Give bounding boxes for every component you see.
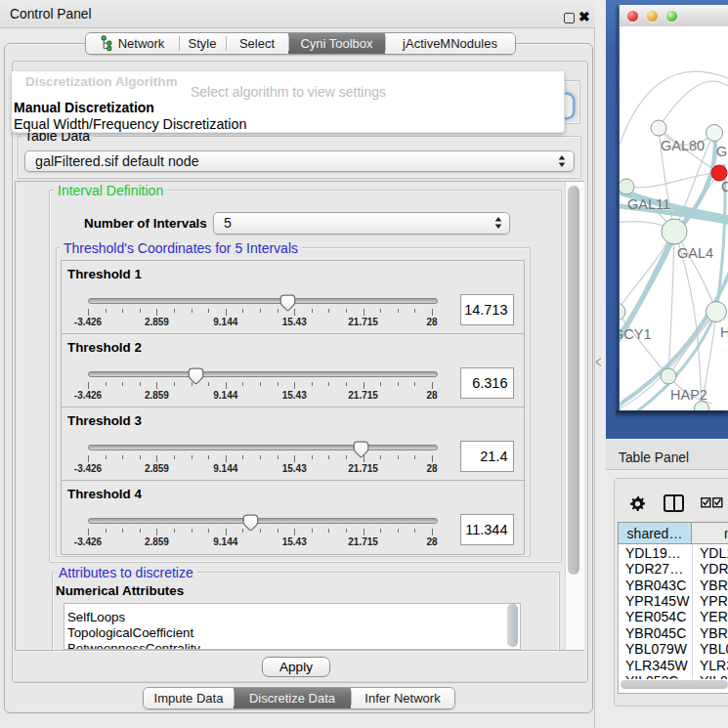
svg-text:GAL4: GAL4 [677,245,713,261]
svg-text:H: H [720,324,728,340]
svg-text:GAL11: GAL11 [627,196,670,212]
svg-text:HAP2: HAP2 [670,387,707,403]
svg-text:C: C [721,179,728,194]
svg-text:GAL80: GAL80 [661,138,705,153]
svg-text:G.: G. [716,144,728,159]
svg-text:GCY1: GCY1 [620,326,652,342]
